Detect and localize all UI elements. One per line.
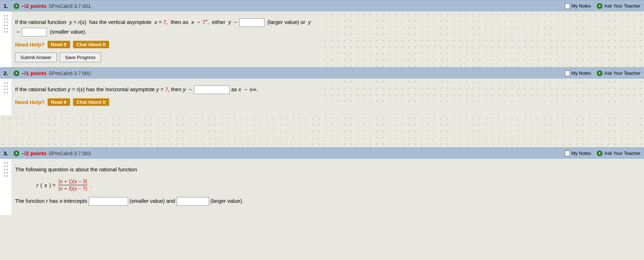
question-2-content: If the rational function y = r(x) has th… [11, 79, 322, 115]
question-2: 2. + –/1 points SPreCalc6 3.7.002. My No… [0, 67, 644, 147]
question-1-content: If the rational function y = r(x) has th… [11, 11, 322, 67]
question-3-function: r(x) = (x + 1)(x − 3) (x + 3)(x − 7) . [36, 178, 637, 192]
submit-row-1: Submit Answer Save Progress [15, 53, 315, 62]
ask-teacher-button-2[interactable]: + Ask Your Teacher [597, 70, 640, 76]
question-1: 1. + –/2 points SPreCalc6 3.7.001. My No… [0, 0, 644, 67]
answer-input-1b[interactable] [22, 28, 47, 36]
question-2-id: SPreCalc6 3.7.002. [49, 70, 92, 76]
need-help-1: Need Help? Read It Chat About It [15, 41, 315, 48]
question-3-intro: The following question is about the rati… [15, 165, 637, 174]
need-help-label-1: Need Help? [15, 41, 45, 48]
question-3-intercepts: The function r has x-intercepts (smaller… [15, 196, 637, 206]
notes-icon-3 [565, 151, 570, 156]
notes-icon-1 [565, 3, 570, 9]
ask-icon-1: + [597, 3, 602, 9]
left-dots-1 [0, 11, 11, 67]
ask-icon-3: + [597, 151, 602, 156]
fraction-display: (x + 1)(x − 3) (x + 3)(x − 7) [58, 178, 87, 192]
question-2-math: If the rational function y = r(x) has th… [15, 84, 315, 94]
question-2-number: 2. [4, 70, 11, 76]
answer-input-3b[interactable] [177, 197, 209, 206]
answer-input-1a[interactable] [239, 18, 264, 27]
question-3-points: –/2 points [21, 150, 47, 156]
question-1-header: 1. + –/2 points SPreCalc6 3.7.001. My No… [0, 0, 644, 11]
need-help-label-2: Need Help? [15, 99, 45, 105]
notes-icon-2 [565, 70, 570, 76]
question-1-points: –/2 points [21, 3, 47, 9]
question-1-body: If the rational function y = r(x) has th… [0, 11, 644, 67]
question-3-number: 3. [4, 150, 11, 156]
ask-teacher-button-1[interactable]: + Ask Your Teacher [597, 3, 640, 9]
save-progress-button-1[interactable]: Save Progress [60, 53, 101, 62]
question-1-number: 1. [4, 3, 11, 9]
chat-about-it-button-1[interactable]: Chat About It [73, 41, 109, 48]
my-notes-button-3[interactable]: My Notes [565, 151, 591, 156]
add-icon-3[interactable]: + [14, 151, 19, 156]
ask-teacher-button-3[interactable]: + Ask Your Teacher [597, 151, 640, 156]
need-help-2: Need Help? Read It Chat About It [15, 98, 315, 106]
question-3-id: SPreCalc6 3.7.003. [49, 151, 92, 156]
left-dots-3 [0, 159, 11, 215]
question-1-id: SPreCalc6 3.7.001. [49, 3, 92, 9]
answer-input-2[interactable] [194, 85, 230, 94]
dotted-spacer-2 [322, 79, 644, 107]
my-notes-button-2[interactable]: My Notes [565, 70, 591, 76]
left-dots-2 [0, 79, 11, 115]
submit-answer-button-1[interactable]: Submit Answer [15, 53, 57, 62]
chat-about-it-button-2[interactable]: Chat About It [73, 98, 109, 106]
dotted-spacer-1 [322, 11, 644, 67]
question-3-header: 3. + –/2 points SPreCalc6 3.7.003. My No… [0, 147, 644, 159]
answer-input-3a[interactable] [89, 197, 128, 206]
function-label: r [36, 180, 38, 190]
between-spacer [0, 115, 644, 147]
ask-icon-2: + [597, 70, 602, 76]
question-2-points: –/1 points [21, 70, 47, 76]
read-it-button-2[interactable]: Read It [48, 98, 70, 106]
question-3-body: The following question is about the rati… [0, 159, 644, 215]
question-2-body: If the rational function y = r(x) has th… [0, 79, 644, 115]
question-1-math: If the rational function y = r(x) has th… [15, 17, 315, 36]
question-3-content: The following question is about the rati… [11, 159, 644, 215]
add-icon-2[interactable]: + [14, 70, 19, 76]
question-2-header: 2. + –/1 points SPreCalc6 3.7.002. My No… [0, 67, 644, 79]
my-notes-button-1[interactable]: My Notes [565, 3, 591, 9]
question-3: 3. + –/2 points SPreCalc6 3.7.003. My No… [0, 147, 644, 215]
read-it-button-1[interactable]: Read It [48, 41, 70, 48]
add-icon-1[interactable]: + [14, 3, 19, 9]
